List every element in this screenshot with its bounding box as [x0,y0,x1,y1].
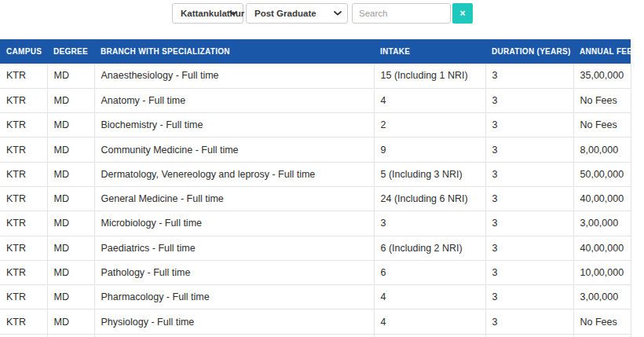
cell-campus: KTR [0,113,47,137]
cell-branch: Anaesthesiology - Full time [94,64,374,88]
cell-fees: 3,00,000 [573,285,631,310]
cell-intake [374,334,485,337]
cell-fees [573,334,631,337]
cell-degree: MD [47,88,94,112]
cell-degree: MD [47,260,94,284]
cell-duration: 3 [485,88,573,112]
cell-branch [94,334,374,337]
column-header-fees: ANNUAL FEES [573,39,631,64]
cell-branch: Pathology - Full time [94,260,374,284]
cell-duration [485,334,573,337]
cell-intake: 4 [374,285,485,310]
column-header-campus: CAMPUS [0,39,47,64]
cell-campus: KTR [0,236,47,260]
cell-fees: No Fees [573,310,631,334]
cell-fees: 40,00,000 [573,236,631,260]
cell-intake: 4 [374,310,485,334]
cell-fees: No Fees [573,113,631,137]
table-row: KTR MD Community Medicine - Full time 9 … [0,137,631,162]
table-row: KTR MD Dermatology, Venereology and lepr… [0,162,631,186]
cell-intake: 15 (Including 1 NRI) [374,64,485,88]
cell-duration: 3 [485,211,573,236]
cell-branch: Community Medicine - Full time [94,137,374,162]
search-input[interactable] [352,3,451,24]
column-header-degree: DEGREE [47,39,94,64]
column-header-branch: BRANCH WITH SPECIALIZATION [94,39,374,64]
chevron-down-icon [334,11,342,16]
cell-branch: Microbiology - Full time [94,211,374,236]
cell-duration: 3 [485,137,573,162]
cell-intake: 9 [374,137,485,162]
cell-campus [0,334,47,337]
cell-branch: Dermatology, Venereology and leprosy - F… [94,162,374,186]
table-row: KTR MD Anaesthesiology - Full time 15 (I… [0,64,631,88]
cell-intake: 24 (Including 6 NRI) [374,186,485,211]
cell-intake: 2 [374,113,485,137]
cell-intake: 4 [374,88,485,112]
table-row: KTR MD Microbiology - Full time 3 3 3,00… [0,211,631,236]
table-row: KTR MD Pathology - Full time 6 3 10,00,0… [0,260,631,284]
table-row: KTR MD Anatomy - Full time 4 3 No Fees [0,88,631,112]
cell-branch: Anatomy - Full time [94,88,374,112]
cell-fees: 50,00,000 [573,162,631,186]
chevron-down-icon [229,11,237,16]
cell-campus: KTR [0,186,47,211]
table-header-row: CAMPUS DEGREE BRANCH WITH SPECIALIZATION… [0,39,631,64]
cell-degree: MD [47,162,94,186]
cell-duration: 3 [485,186,573,211]
course-intake-page: Kattankulathur Post Graduate × CAMPUS DE… [0,0,644,337]
column-header-intake: INTAKE [374,39,485,64]
cell-degree: MD [47,64,94,88]
cell-degree: MD [47,285,94,310]
cell-degree: MD [47,113,94,137]
program-level-select[interactable]: Post Graduate [246,3,348,24]
cell-degree [47,334,94,337]
cell-duration: 3 [485,162,573,186]
cell-branch: General Medicine - Full time [94,186,374,211]
table-row: KTR MD General Medicine - Full time 24 (… [0,186,631,211]
cell-duration: 3 [485,310,573,334]
cell-branch: Pharmacology - Full time [94,285,374,310]
campus-select[interactable]: Kattankulathur [172,3,243,24]
table-row: KTR MD Pharmacology - Full time 4 3 3,00… [0,285,631,310]
cell-duration: 3 [485,285,573,310]
cell-campus: KTR [0,64,47,88]
cell-degree: MD [47,211,94,236]
cell-duration: 3 [485,113,573,137]
cell-campus: KTR [0,211,47,236]
cell-fees: 3,00,000 [573,211,631,236]
cell-degree: MD [47,236,94,260]
cell-campus: KTR [0,260,47,284]
cell-campus: KTR [0,162,47,186]
cell-fees: 8,00,000 [573,137,631,162]
courses-table-container: CAMPUS DEGREE BRANCH WITH SPECIALIZATION… [0,39,631,337]
cell-branch: Biochemistry - Full time [94,113,374,137]
cell-campus: KTR [0,310,47,334]
cell-duration: 3 [485,260,573,284]
cell-degree: MD [47,186,94,211]
cell-campus: KTR [0,88,47,112]
cell-branch: Paediatrics - Full time [94,236,374,260]
table-row: KTR MD Physiology - Full time 4 3 No Fee… [0,310,631,334]
courses-table: CAMPUS DEGREE BRANCH WITH SPECIALIZATION… [0,39,631,337]
cell-fees: 35,00,000 [573,64,631,88]
cell-fees: 40,00,000 [573,186,631,211]
table-row: KTR MD Paediatrics - Full time 6 (Includ… [0,236,631,260]
cell-intake: 5 (Including 3 NRI) [374,162,485,186]
cell-intake: 6 (Including 2 NRI) [374,236,485,260]
cell-degree: MD [47,137,94,162]
cell-duration: 3 [485,236,573,260]
cell-intake: 6 [374,260,485,284]
cell-intake: 3 [374,211,485,236]
cell-campus: KTR [0,137,47,162]
cell-duration: 3 [485,64,573,88]
cell-branch: Physiology - Full time [94,310,374,334]
program-level-select-value: Post Graduate [254,9,317,18]
cell-fees: 10,00,000 [573,260,631,284]
cell-degree: MD [47,310,94,334]
cell-fees: No Fees [573,88,631,112]
clear-search-button[interactable]: × [452,3,473,24]
table-row-partial [0,334,631,337]
filter-bar: Kattankulathur Post Graduate × [0,0,644,36]
table-row: KTR MD Biochemistry - Full time 2 3 No F… [0,113,631,137]
